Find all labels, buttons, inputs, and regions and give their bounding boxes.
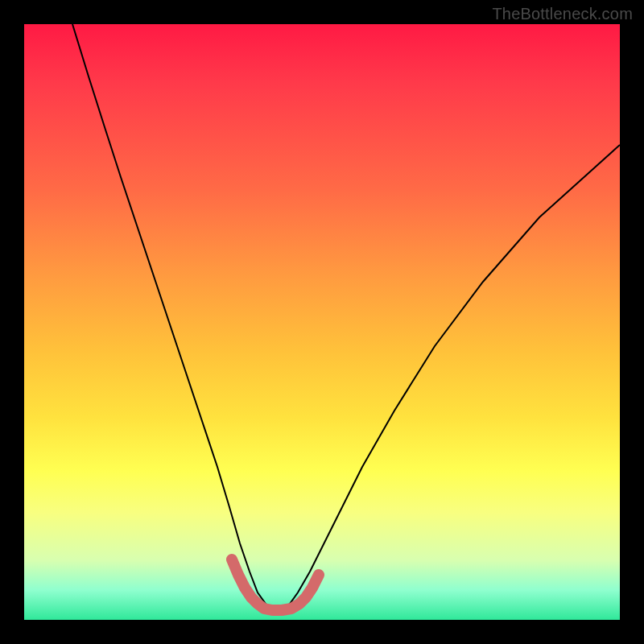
bottom-marker: [232, 559, 319, 610]
bottleneck-curve: [72, 24, 620, 610]
watermark-text: TheBottleneck.com: [492, 5, 633, 23]
outer-frame: TheBottleneck.com: [0, 0, 644, 644]
curve-layer: [24, 24, 620, 620]
gradient-plot-area: [24, 24, 620, 620]
